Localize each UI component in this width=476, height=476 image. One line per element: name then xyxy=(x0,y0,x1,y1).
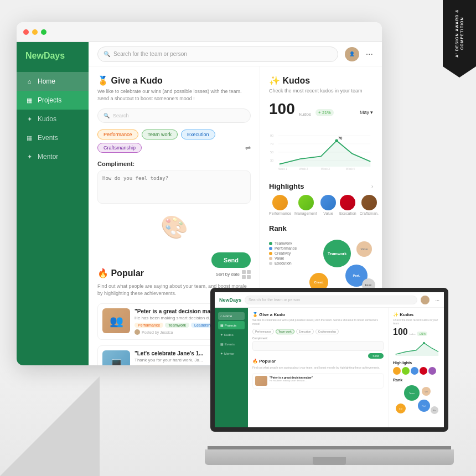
mini-popular-title: 🔥 Popular xyxy=(252,359,384,364)
mini-sidebar-home: ⌂ Home xyxy=(218,312,245,320)
mini-bubble-creat: Cre xyxy=(396,403,406,413)
legend-dot-execution xyxy=(269,262,272,265)
award-triangle xyxy=(443,66,476,77)
legend-creativity: Creativity xyxy=(269,251,297,255)
compliment-input[interactable] xyxy=(97,170,251,204)
mini-av-5 xyxy=(428,367,436,375)
mini-top-bar: NewDays Search for the team or person ··… xyxy=(215,292,444,308)
highlight-label-value: Value xyxy=(323,211,333,215)
tag-execution[interactable]: Execution xyxy=(181,130,215,139)
see-more-button[interactable]: › xyxy=(371,184,373,189)
send-button[interactable]: Send xyxy=(211,252,251,268)
mini-tag-craft: Craftsmanship xyxy=(315,329,339,334)
legend-performance: Performance xyxy=(269,246,297,250)
mentor-icon: ✦ xyxy=(25,153,33,161)
tag-teamwork[interactable]: Team work xyxy=(142,130,178,139)
sidebar-item-kudos[interactable]: ✦ Kudos xyxy=(17,110,89,128)
mini-bubble-perf: Perf xyxy=(418,400,430,412)
highlight-label-performance: Performance xyxy=(269,211,291,215)
mini-post-1: "Peter is a great decision maker" He has… xyxy=(252,373,384,389)
mini-tag-perf: Performance xyxy=(252,329,274,334)
mini-kudos-title: ✨ Kudos xyxy=(393,312,439,317)
app-logo: NewDays xyxy=(17,51,89,72)
mini-app: NewDays Search for the team or person ··… xyxy=(215,292,444,427)
minimize-dot[interactable] xyxy=(32,29,38,35)
grid-view-icon xyxy=(242,270,251,279)
svg-point-16 xyxy=(423,342,425,344)
popular-header: 🔥 Popular Sort by date xyxy=(97,268,251,281)
legend-dot-performance xyxy=(269,247,272,250)
kudo-section-subtitle: We like to celebrate our wins (and possi… xyxy=(97,88,251,102)
search-bar[interactable]: 🔍 Search for the team or person xyxy=(97,46,338,62)
mini-compliment-label: Compliment: xyxy=(252,337,384,340)
legend-label-performance: Performance xyxy=(275,246,297,250)
sidebar-item-mentor[interactable]: ✦ Mentor xyxy=(17,147,89,166)
kudos-change: + 21% xyxy=(315,109,334,116)
kudos-stat: 100 kudos + 21% xyxy=(269,100,334,118)
mini-avatars xyxy=(393,367,439,375)
post-image-2: 💻 xyxy=(102,350,130,365)
mini-bubble-value: Val xyxy=(422,387,431,396)
search-icon: 🔍 xyxy=(104,51,110,57)
laptop-screen: NewDays Search for the team or person ··… xyxy=(210,288,448,432)
mini-kudos-number: 100 xyxy=(393,327,408,337)
shuffle-icon[interactable]: ⇌ xyxy=(245,144,251,152)
highlight-avatar-value xyxy=(320,195,336,210)
highlight-label-craftsmanship: Craftsman. xyxy=(360,211,379,215)
sort-button[interactable]: Sort by date xyxy=(216,270,251,279)
mini-rank-title: Rank xyxy=(393,378,439,382)
mini-right-panel: ✨ Kudos Check the most recent kudos in y… xyxy=(389,308,444,427)
legend-dot-value xyxy=(269,257,272,260)
mini-compliment-input xyxy=(252,341,384,351)
mini-highlights-title: Highlights xyxy=(393,361,439,365)
laptop-overlay: NewDays Search for the team or person ··… xyxy=(205,288,454,465)
legend-teamwork: Teamwork xyxy=(269,241,297,245)
maximize-dot[interactable] xyxy=(41,29,46,35)
svg-text:90: 90 xyxy=(270,134,273,137)
svg-marker-8 xyxy=(280,141,371,167)
mini-sidebar-kudos: ✦ Kudos xyxy=(218,330,245,339)
svg-text:Week 1: Week 1 xyxy=(278,168,287,170)
mini-kudos-change: +21% xyxy=(417,332,427,336)
compliment-label: Compliment: xyxy=(97,161,251,167)
search-placeholder: Search for the team or person xyxy=(113,51,187,57)
kudos-label: kudos xyxy=(299,112,311,117)
post-tag-perf2: Performance xyxy=(134,365,163,365)
tag-craftsmanship[interactable]: Craftsmanship xyxy=(97,143,142,153)
sidebar-item-projects[interactable]: ▦ Projects xyxy=(17,91,89,110)
top-bar: 🔍 Search for the team or person 👤 ··· xyxy=(89,42,382,66)
highlights-header: Highlights › xyxy=(269,182,373,190)
month-selector[interactable]: May ▾ xyxy=(360,110,373,115)
svg-text:Week 3: Week 3 xyxy=(321,168,330,170)
author-avatar-1 xyxy=(134,329,140,335)
close-dot[interactable] xyxy=(23,29,29,35)
mini-bubble-exec: Ex xyxy=(431,406,438,414)
sidebar-label-projects: Projects xyxy=(38,96,61,104)
highlight-label-execution: Execution xyxy=(339,211,356,215)
mini-popular-sub: Find out what people are saying about yo… xyxy=(252,366,384,370)
post-tag-team2: Teamwork xyxy=(165,365,189,365)
sidebar-item-home[interactable]: ⌂ Home xyxy=(17,72,89,91)
user-avatar[interactable]: 👤 xyxy=(345,47,359,61)
kudos-icon: ✦ xyxy=(25,115,33,123)
highlight-execution: Execution xyxy=(339,195,356,215)
events-icon: ▦ xyxy=(25,134,33,142)
highlight-avatar-execution xyxy=(340,195,355,210)
more-menu-button[interactable]: ··· xyxy=(366,49,373,59)
tag-performance[interactable]: Performance xyxy=(97,130,138,139)
projects-icon: ▦ xyxy=(25,96,33,104)
legend-dot-teamwork xyxy=(269,242,272,245)
sidebar-label-mentor: Mentor xyxy=(38,153,58,161)
kudo-illustration: 🎨 xyxy=(97,210,251,244)
kudo-search-bar[interactable]: 🔍 Search xyxy=(97,108,251,123)
popular-title: 🔥 Popular xyxy=(97,268,144,278)
svg-text:50: 50 xyxy=(270,151,273,154)
mini-left-panel: 🏅 Give a Kudo We like to celebrate our w… xyxy=(248,308,389,427)
mini-tag-exec: Execution xyxy=(296,329,314,334)
mini-post-title-1: "Peter is a great decision maker" xyxy=(270,376,313,379)
legend-label-execution: Execution xyxy=(275,261,292,265)
sidebar-item-events[interactable]: ▦ Events xyxy=(17,128,89,147)
mini-rank-chart: Team Perf Cre Val Ex xyxy=(393,384,439,417)
browser-chrome xyxy=(17,22,382,42)
sidebar: NewDays ⌂ Home ▦ Projects ✦ Kudos ▦ Even… xyxy=(17,42,89,365)
